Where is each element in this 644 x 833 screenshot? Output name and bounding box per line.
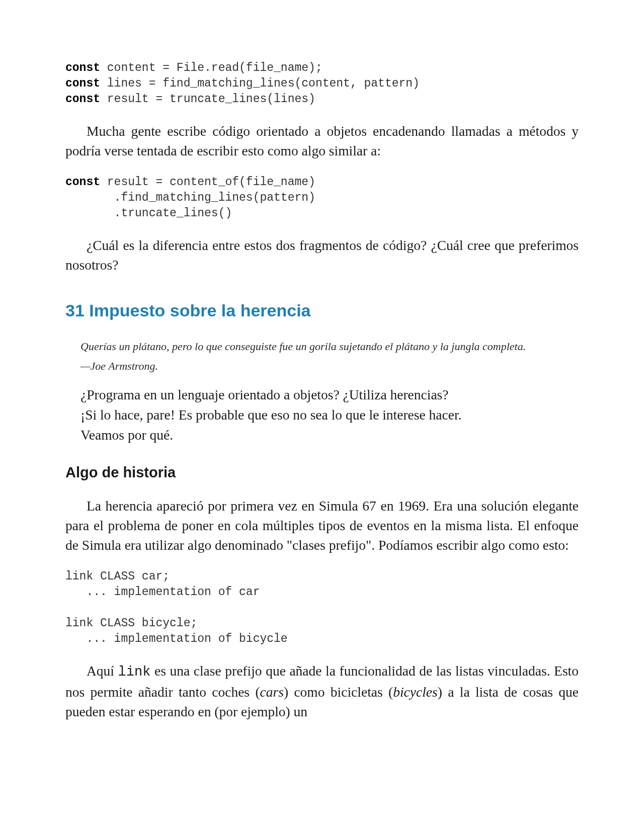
code-keyword: const bbox=[65, 77, 100, 90]
subsection-heading: Algo de historia bbox=[65, 464, 579, 481]
code-text: result = truncate_lines(lines) bbox=[100, 93, 315, 106]
paragraph-1: Mucha gente escribe código orientado a o… bbox=[65, 121, 579, 160]
code-text: lines = find_matching_lines(content, pat… bbox=[100, 77, 420, 90]
code-text: .find_matching_lines(pattern) bbox=[65, 191, 315, 204]
code-block-3: link CLASS car; ... implementation of ca… bbox=[65, 569, 579, 647]
code-text: .truncate_lines() bbox=[65, 207, 232, 220]
code-text: content = File.read(file_name); bbox=[100, 61, 323, 74]
code-text: ... implementation of bicycle bbox=[65, 632, 288, 645]
emphasis: bicycles bbox=[393, 684, 438, 700]
code-text: link CLASS bicycle; bbox=[65, 617, 197, 630]
intro-line-3: Veamos por qué. bbox=[80, 425, 579, 445]
emphasis: cars bbox=[260, 684, 284, 700]
intro-line-1: ¿Programa en un lenguaje orientado a obj… bbox=[80, 385, 579, 405]
code-keyword: const bbox=[65, 93, 100, 106]
code-text: ... implementation of car bbox=[65, 586, 260, 599]
paragraph-4: Aquí link es una clase prefijo que añade… bbox=[65, 661, 579, 721]
text: Aquí bbox=[87, 663, 118, 679]
intro-line-2: ¡Si lo hace, pare! Es probable que eso n… bbox=[80, 405, 579, 425]
code-keyword: const bbox=[65, 61, 100, 74]
paragraph-2: ¿Cuál es la diferencia entre estos dos f… bbox=[65, 235, 579, 275]
section-heading: 31 Impuesto sobre la herencia bbox=[65, 301, 579, 320]
epigraph-quote: Querías un plátano, pero lo que consegui… bbox=[80, 339, 533, 355]
code-keyword: const bbox=[65, 176, 100, 189]
epigraph: Querías un plátano, pero lo que consegui… bbox=[80, 339, 533, 373]
code-block-2: const result = content_of(file_name) .fi… bbox=[65, 175, 579, 221]
inline-code: link bbox=[118, 664, 151, 680]
epigraph-attribution: —Joe Armstrong. bbox=[80, 360, 533, 373]
intro-block: ¿Programa en un lenguaje orientado a obj… bbox=[80, 385, 579, 445]
paragraph-3: La herencia apareció por primera vez en … bbox=[65, 496, 579, 555]
code-block-1: const content = File.read(file_name); co… bbox=[65, 60, 579, 107]
code-text: link CLASS car; bbox=[65, 570, 170, 583]
code-text: result = content_of(file_name) bbox=[100, 176, 315, 189]
text: ) como bicicletas ( bbox=[284, 684, 393, 700]
